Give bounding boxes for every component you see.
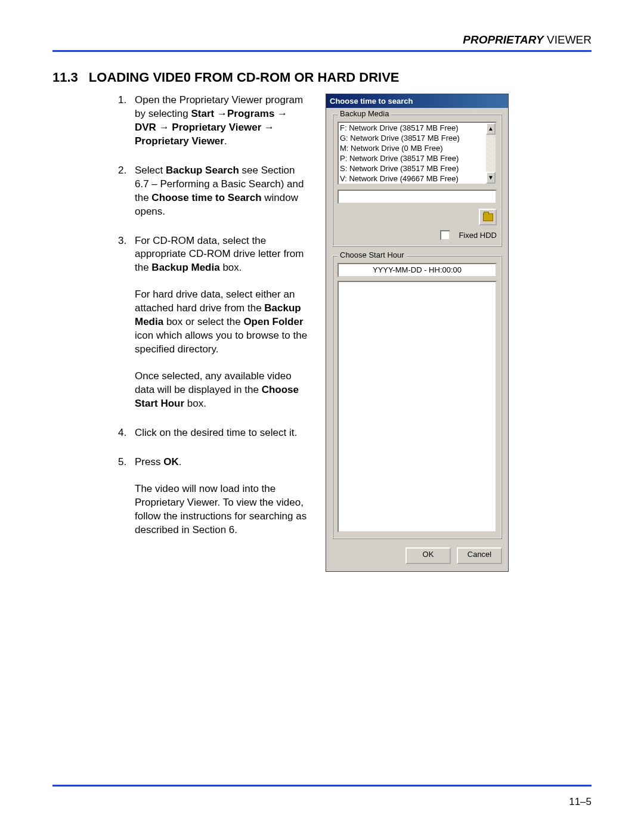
backup-media-label: Backup Media [338, 109, 391, 118]
scroll-track[interactable] [486, 135, 496, 172]
page-number: 11–5 [569, 796, 592, 808]
section-heading: 11.3LOADING VIDE0 FROM CD-ROM OR HARD DR… [52, 70, 592, 85]
list-item[interactable]: F: Network Drive (38517 MB Free) [340, 123, 485, 133]
header-rest: VIEWER [544, 33, 592, 46]
step-3: 3. For CD-ROM data, select the appropria… [118, 234, 309, 411]
list-item[interactable]: G: Network Drive (38517 MB Free) [340, 133, 485, 143]
folder-icon [483, 213, 493, 221]
list-item[interactable]: V: Network Drive (49667 MB Free) [340, 174, 485, 184]
backup-media-group: Backup Media F: Network Drive (38517 MB … [332, 114, 502, 247]
bottom-rule [52, 785, 592, 786]
step-4: 4. Click on the desired time to select i… [118, 426, 309, 440]
section-number: 11.3 [52, 70, 78, 85]
step-5: 5. Press OK. The video will now load int… [118, 456, 309, 537]
list-item[interactable]: M: Network Drive (0 MB Free) [340, 143, 485, 153]
start-hour-listbox[interactable] [338, 281, 497, 532]
open-folder-button[interactable] [479, 209, 497, 225]
scrollbar[interactable]: ▲ ▼ [486, 123, 496, 184]
choose-start-hour-group: Choose Start Hour YYYY-MM-DD - HH:00:00 [332, 255, 502, 539]
instruction-column: 1. Open the Proprietary Viewer program b… [52, 94, 309, 552]
step-2: 2. Select Backup Search see Section 6.7 … [118, 164, 309, 219]
section-title: LOADING VIDE0 FROM CD-ROM OR HARD DRIVE [89, 70, 400, 85]
header-em: PROPRIETARY [463, 33, 544, 46]
fixed-hdd-checkbox[interactable] [440, 230, 450, 240]
top-rule [52, 50, 592, 52]
drive-list[interactable]: F: Network Drive (38517 MB Free) G: Netw… [339, 123, 486, 184]
path-input[interactable] [338, 190, 497, 204]
step-1: 1. Open the Proprietary Viewer program b… [118, 94, 309, 148]
list-item[interactable]: P: Network Drive (38517 MB Free) [340, 153, 485, 163]
fixed-hdd-label: Fixed HDD [459, 231, 497, 240]
choose-start-hour-label: Choose Start Hour [338, 250, 407, 259]
start-hour-input[interactable]: YYYY-MM-DD - HH:00:00 [338, 263, 497, 277]
cancel-button[interactable]: Cancel [457, 547, 502, 564]
list-item[interactable]: S: Network Drive (38517 MB Free) [340, 163, 485, 174]
dialog-titlebar: Choose time to search [326, 94, 508, 108]
choose-time-dialog: Choose time to search Backup Media F: Ne… [326, 94, 509, 572]
running-header: PROPRIETARY VIEWER [52, 33, 592, 47]
backup-media-listbox[interactable]: F: Network Drive (38517 MB Free) G: Netw… [338, 122, 497, 185]
scroll-up-icon[interactable]: ▲ [486, 123, 496, 135]
ok-button[interactable]: OK [405, 547, 451, 564]
scroll-down-icon[interactable]: ▼ [486, 172, 496, 184]
